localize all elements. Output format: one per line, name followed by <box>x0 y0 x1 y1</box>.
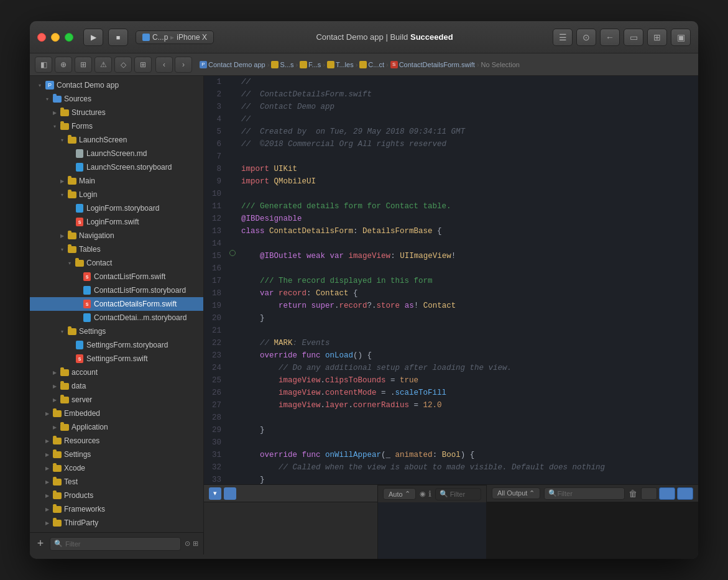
tree-item-data[interactable]: ▶ data <box>30 379 203 393</box>
tree-item-launchscreen-md[interactable]: LaunchScreen.md <box>30 147 203 160</box>
tree-item-application[interactable]: ▶ Application <box>30 420 203 434</box>
tree-item-contactdetailsform-swift[interactable]: S ContactDetailsForm.swift <box>30 297 203 311</box>
filter-hierarchy-button[interactable]: ⊞ <box>75 57 92 73</box>
folder-account-icon <box>60 367 70 377</box>
file-swift-icon: S <box>75 217 85 227</box>
assistant-editor-button[interactable]: ⊙ <box>576 29 596 46</box>
sidebar-filter-box[interactable]: 🔍 Filter <box>50 537 181 551</box>
layout-normal-icon: ▭ <box>630 32 638 42</box>
sort-button[interactable]: ⊞ <box>193 540 198 548</box>
tree-item-launchscreen[interactable]: ▾ LaunchScreen <box>30 133 203 147</box>
tree-toggle: ▶ <box>42 477 52 487</box>
tree-item-resources[interactable]: ▶ Resources <box>30 434 203 448</box>
console-filter-label: Filter <box>557 490 572 497</box>
scheme-selector[interactable]: C...p ▸ iPhone X <box>136 30 214 44</box>
tree-spacer <box>72 299 82 309</box>
center-filter-box[interactable]: 🔍 Filter <box>435 488 481 500</box>
tree-label: Embedded <box>64 409 100 418</box>
run-button[interactable]: ▶ <box>83 29 103 46</box>
code-line-19: 19 return super.record?.store as! Contac… <box>204 300 698 312</box>
breadcrumb-tables[interactable]: T...les <box>327 61 354 68</box>
tree-item-embedded[interactable]: ▶ Embedded <box>30 407 203 420</box>
tree-item-settings-top[interactable]: ▶ Settings <box>30 448 203 461</box>
tree-item-contactdetailsform-storyboard[interactable]: ContactDetai...m.storyboard <box>30 311 203 325</box>
code-line-24: 24 // Do any additional setup after load… <box>204 362 698 374</box>
breadcrumb: P Contact Demo app › S...s › F...s › T..… <box>200 61 520 68</box>
all-output-button[interactable]: All Output ⌃ <box>492 487 540 499</box>
tree-item-structures[interactable]: ▶ Structures <box>30 106 203 119</box>
sidebar-toggle-button[interactable]: ◧ <box>35 57 52 73</box>
stop-button[interactable]: ■ <box>108 29 128 46</box>
back-button[interactable]: ← <box>600 29 620 46</box>
layout-single-button[interactable] <box>641 487 657 500</box>
tree-item-frameworks[interactable]: ▶ Frameworks <box>30 502 203 516</box>
tree-item-login[interactable]: ▾ Login <box>30 188 203 201</box>
tree-item-contact-demo-app[interactable]: ▾ P Contact Demo app <box>30 78 203 92</box>
tree-item-contactlistform-swift[interactable]: S ContactListForm.swift <box>30 270 203 283</box>
bottom-left-panel: ▾ <box>204 485 378 559</box>
tree-item-settingsform-storyboard[interactable]: SettingsForm.storyboard <box>30 338 203 352</box>
code-editor[interactable]: 1 // 2 // ContactDetailsForm.swift 3 // … <box>204 76 698 484</box>
tree-label: LoginForm.storyboard <box>86 204 159 213</box>
add-file-bottom-button[interactable]: + <box>35 538 46 550</box>
layout-triple-button[interactable] <box>677 487 693 500</box>
tree-item-sources[interactable]: ▾ Sources <box>30 92 203 106</box>
tree-item-main[interactable]: ▶ Main <box>30 174 203 188</box>
layout-split-button[interactable]: ⊞ <box>647 29 667 46</box>
tree-item-contactlistform-storyboard[interactable]: ContactListForm.storyboard <box>30 283 203 297</box>
tree-label: LoginForm.swift <box>86 218 139 226</box>
tree-item-navigation[interactable]: ▶ Navigation <box>30 229 203 242</box>
tree-label: Settings <box>64 450 91 459</box>
scheme-label: C...p <box>152 33 168 42</box>
layout-normal-button[interactable]: ▭ <box>624 29 643 46</box>
trash-button[interactable]: 🗑 <box>629 489 637 499</box>
tree-item-settings-folder[interactable]: ▾ Settings <box>30 325 203 338</box>
breadcrumb-forms[interactable]: F...s <box>300 61 321 68</box>
recent-files-button[interactable]: ⊙ <box>185 540 190 548</box>
sidebar-icon: ◧ <box>40 60 47 69</box>
breakpoint-icon: ◇ <box>121 60 126 69</box>
tree-toggle: ▶ <box>42 408 52 418</box>
breadcrumb-file[interactable]: S ContactDetailsForm.swift <box>390 61 475 68</box>
tree-spacer <box>65 149 75 159</box>
breadcrumb-project[interactable]: P Contact Demo app <box>200 61 265 68</box>
nav-forward-button[interactable]: › <box>175 57 192 73</box>
tree-item-thirdparty[interactable]: ▶ ThirdParty <box>30 516 203 530</box>
editor-options-button[interactable]: ☰ <box>553 29 573 46</box>
file-storyboard-icon <box>75 162 85 172</box>
tree-item-settingsform-swift[interactable]: S SettingsForm.swift <box>30 352 203 366</box>
tree-item-test[interactable]: ▶ Test <box>30 475 203 489</box>
folder-icon-breadcrumb2 <box>300 61 307 68</box>
tree-label: LaunchScreen.md <box>86 149 147 158</box>
tree-item-products[interactable]: ▶ Products <box>30 489 203 502</box>
tree-item-xcode[interactable]: ▶ Xcode <box>30 461 203 475</box>
tree-item-tables[interactable]: ▾ Tables <box>30 242 203 256</box>
grid-button[interactable]: ⊞ <box>134 57 152 73</box>
minimize-button[interactable] <box>51 33 60 42</box>
layout-split-active-button[interactable] <box>659 487 675 500</box>
tree-item-forms[interactable]: ▾ Forms <box>30 119 203 133</box>
warning-icon: ⚠ <box>100 60 107 69</box>
breadcrumb-contact[interactable]: C...ct <box>359 61 384 68</box>
eye-icon[interactable]: ◉ <box>420 490 426 498</box>
fullscreen-button[interactable] <box>65 33 73 42</box>
tree-item-account[interactable]: ▶ account <box>30 366 203 379</box>
console-filter-box[interactable]: 🔍 Filter <box>544 487 625 500</box>
tree-item-loginform-storyboard[interactable]: LoginForm.storyboard <box>30 201 203 215</box>
auto-mode-button[interactable]: Auto ⌃ <box>383 488 416 500</box>
tree-item-loginform-swift[interactable]: S LoginForm.swift <box>30 215 203 229</box>
breakpoint-button[interactable]: ◇ <box>114 57 132 73</box>
close-button[interactable] <box>37 33 46 42</box>
expand-arrow[interactable]: ▾ <box>209 487 221 500</box>
file-swift-icon4: S <box>75 354 85 364</box>
breadcrumb-sources[interactable]: S...s <box>271 61 293 68</box>
tree-item-server[interactable]: ▶ server <box>30 393 203 407</box>
warning-button[interactable]: ⚠ <box>94 57 112 73</box>
add-file-button[interactable]: ⊕ <box>55 57 72 73</box>
tree-item-launchscreen-storyboard[interactable]: LaunchScreen.storyboard <box>30 160 203 174</box>
breadcrumb-selection[interactable]: No Selection <box>481 61 520 68</box>
nav-back-button[interactable]: ‹ <box>155 57 173 73</box>
folder-thirdparty-icon <box>52 518 62 528</box>
layout-panel-button[interactable]: ▣ <box>671 29 691 46</box>
tree-item-contact[interactable]: ▾ Contact <box>30 256 203 270</box>
